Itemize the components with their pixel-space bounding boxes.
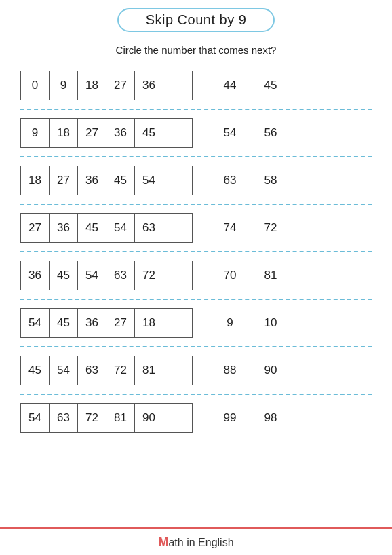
- number-box: 4554637281: [20, 356, 193, 385]
- cell: 45: [21, 356, 50, 385]
- cell: 54: [21, 404, 50, 432]
- row-content: 18273645546358: [14, 157, 378, 204]
- number-box: 09182736: [20, 71, 193, 100]
- number-box: 2736455463: [20, 213, 193, 243]
- answer-cell: [163, 71, 192, 100]
- answer-cell: [163, 404, 192, 432]
- row-group: 9182736455456: [14, 110, 378, 157]
- cell: 27: [50, 166, 78, 195]
- option-a[interactable]: 88: [220, 364, 240, 377]
- cell: 36: [50, 214, 78, 242]
- option-b[interactable]: 58: [260, 174, 281, 187]
- cell: 18: [78, 71, 106, 100]
- row-content: 9182736455456: [14, 110, 378, 156]
- cell: 81: [106, 404, 135, 432]
- cell: 54: [106, 214, 135, 242]
- cell: 27: [106, 309, 135, 337]
- row-group: 18273645546358: [14, 157, 378, 205]
- row-content: 091827364445: [14, 62, 378, 109]
- option-b[interactable]: 90: [260, 364, 281, 377]
- number-box: 5445362718: [20, 308, 193, 338]
- row-content: 45546372818890: [14, 347, 378, 394]
- cell: 9: [50, 71, 78, 100]
- cell: 63: [50, 404, 78, 432]
- option-b[interactable]: 81: [260, 269, 281, 282]
- cell: 54: [135, 166, 163, 195]
- cell: 18: [135, 309, 163, 337]
- row-group: 45546372818890: [14, 347, 378, 395]
- number-box: 5463728190: [20, 403, 193, 433]
- answer-cell: [163, 356, 192, 385]
- cell: 63: [135, 214, 163, 242]
- option-a[interactable]: 74: [220, 221, 240, 235]
- number-box: 3645546372: [20, 261, 193, 290]
- options: 6358: [220, 174, 281, 187]
- row-group: 5445362718910: [14, 300, 378, 347]
- footer-m: M: [158, 535, 168, 549]
- options: 8890: [220, 364, 281, 377]
- options: 910: [220, 316, 281, 330]
- option-a[interactable]: 44: [220, 79, 240, 92]
- page-title: Skip Count by 9: [146, 12, 247, 27]
- title-box: Skip Count by 9: [117, 8, 275, 32]
- row-content: 5445362718910: [14, 300, 378, 346]
- cell: 36: [78, 166, 106, 195]
- option-b[interactable]: 45: [260, 79, 281, 92]
- cell: 54: [21, 309, 50, 337]
- cell: 54: [50, 356, 78, 385]
- answer-cell: [163, 309, 192, 337]
- cell: 90: [135, 404, 163, 432]
- cell: 72: [78, 404, 106, 432]
- cell: 36: [106, 119, 135, 147]
- row-content: 54637281909998: [14, 395, 378, 441]
- option-b[interactable]: 72: [260, 221, 281, 235]
- footer: Math in English: [0, 527, 392, 555]
- cell: 72: [106, 356, 135, 385]
- cell: 36: [21, 261, 50, 290]
- options: 4445: [220, 79, 281, 92]
- options: 7472: [220, 221, 281, 235]
- options: 9998: [220, 411, 281, 425]
- cell: 45: [135, 119, 163, 147]
- option-b[interactable]: 98: [260, 411, 281, 425]
- row-content: 36455463727081: [14, 252, 378, 299]
- cell: 45: [78, 214, 106, 242]
- cell: 27: [78, 119, 106, 147]
- cell: 27: [21, 214, 50, 242]
- cell: 36: [135, 71, 163, 100]
- row-group: 54637281909998: [14, 395, 378, 441]
- row-group: 27364554637472: [14, 205, 378, 252]
- option-a[interactable]: 54: [220, 126, 240, 140]
- cell: 36: [78, 309, 106, 337]
- cell: 18: [21, 166, 50, 195]
- option-a[interactable]: 63: [220, 174, 240, 187]
- cell: 45: [50, 309, 78, 337]
- cell: 45: [50, 261, 78, 290]
- rows-container: 0918273644459182736455456182736455463582…: [0, 62, 392, 441]
- answer-cell: [163, 166, 192, 195]
- row-group: 36455463727081: [14, 252, 378, 300]
- cell: 18: [50, 119, 78, 147]
- cell: 63: [106, 261, 135, 290]
- option-b[interactable]: 56: [260, 126, 281, 140]
- cell: 54: [78, 261, 106, 290]
- row-content: 27364554637472: [14, 205, 378, 251]
- number-box: 918273645: [20, 118, 193, 148]
- option-b[interactable]: 10: [260, 316, 281, 330]
- answer-cell: [163, 214, 192, 242]
- options: 5456: [220, 126, 281, 140]
- instruction-text: Circle the number that comes next?: [116, 44, 277, 56]
- option-a[interactable]: 99: [220, 411, 240, 425]
- option-a[interactable]: 70: [220, 269, 240, 282]
- option-a[interactable]: 9: [220, 316, 240, 330]
- cell: 81: [135, 356, 163, 385]
- cell: 45: [106, 166, 135, 195]
- footer-rest: ath in English: [168, 537, 233, 548]
- cell: 72: [135, 261, 163, 290]
- row-group: 091827364445: [14, 62, 378, 110]
- footer-text: Math in English: [158, 535, 233, 550]
- options: 7081: [220, 269, 281, 282]
- answer-cell: [163, 261, 192, 290]
- cell: 63: [78, 356, 106, 385]
- answer-cell: [163, 119, 192, 147]
